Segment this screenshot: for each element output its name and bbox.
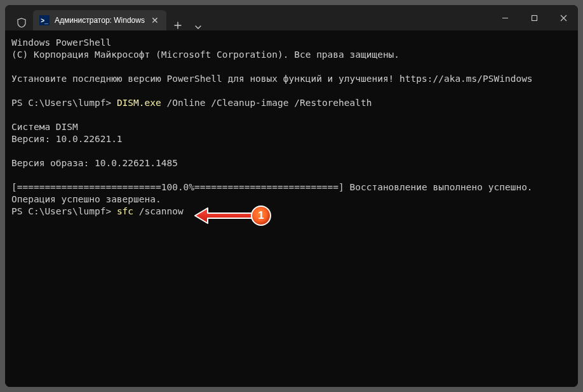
output-line: Версия образа: 10.0.22621.1485 (11, 158, 178, 168)
output-progress: [==========================100.0%=======… (11, 182, 533, 192)
terminal-output[interactable]: Windows PowerShell (C) Корпорация Майкро… (5, 30, 578, 387)
command-sfc: sfc (117, 206, 133, 216)
command-dism: DISM.exe (117, 98, 161, 108)
tab-title: Администратор: Windows Po (55, 16, 146, 25)
tab-powershell[interactable]: >_ Администратор: Windows Po ✕ (33, 10, 166, 30)
window-controls (490, 5, 578, 30)
command-args: /Online /Cleanup-image /Restorehealth (161, 98, 372, 108)
maximize-button[interactable] (519, 5, 549, 30)
output-line: Cистема DISM (11, 122, 78, 132)
tab-dropdown-icon[interactable] (189, 25, 207, 30)
output-line: Операция успешно завершена. (11, 194, 161, 204)
output-line: Windows PowerShell (11, 37, 111, 48)
close-window-button[interactable] (549, 5, 578, 30)
output-line: Установите последнюю версию PowerShell д… (11, 74, 533, 84)
output-line: (C) Корпорация Майкрософт (Microsoft Cor… (11, 49, 399, 60)
prompt-prefix: PS C:\Users\lumpf> (11, 206, 117, 216)
new-tab-button[interactable] (166, 22, 189, 30)
svg-rect-0 (532, 15, 537, 20)
shield-icon (10, 18, 33, 30)
close-tab-icon[interactable]: ✕ (151, 16, 159, 25)
command-args: /scannow (133, 206, 184, 216)
tab-group: >_ Администратор: Windows Po ✕ (5, 5, 207, 30)
app-window: >_ Администратор: Windows Po ✕ Windows P… (5, 5, 578, 387)
powershell-icon: >_ (39, 15, 50, 25)
output-line: Версия: 10.0.22621.1 (11, 134, 123, 144)
minimize-button[interactable] (490, 5, 519, 30)
titlebar: >_ Администратор: Windows Po ✕ (5, 5, 578, 30)
prompt-prefix: PS C:\Users\lumpf> (11, 98, 117, 108)
